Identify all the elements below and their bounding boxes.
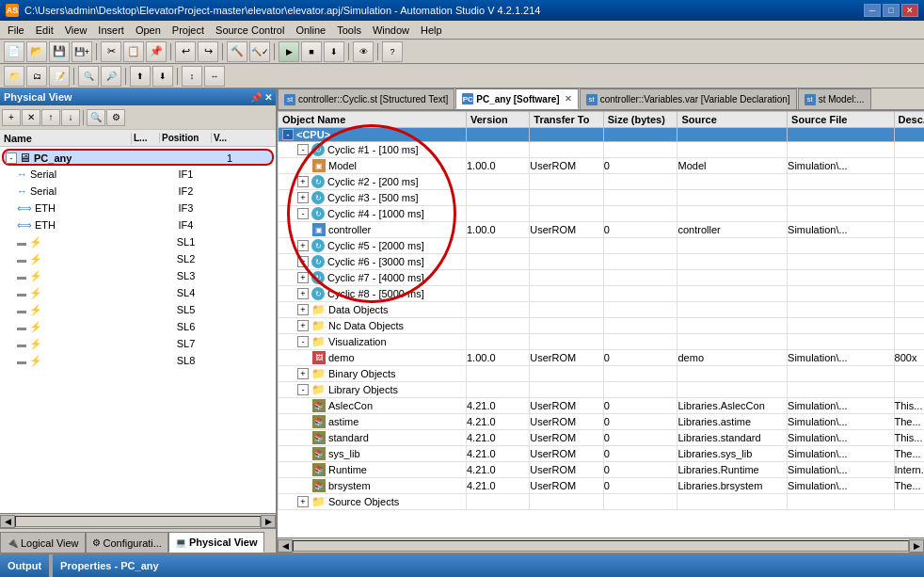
menu-insert[interactable]: Insert [92, 21, 130, 40]
table-row-cyclic6[interactable]: + ↻ Cyclic #6 - [3000 ms] [279, 254, 925, 270]
tree-item-sl7[interactable]: ▬⚡ SL7 [0, 335, 276, 352]
expand-cyclic2[interactable]: + [297, 176, 309, 187]
menu-project[interactable]: Project [167, 21, 210, 40]
table-row-model[interactable]: ▣ Model 1.00.0 UserROM 0 Model Simulatio… [279, 158, 925, 174]
table-row-binary-objects[interactable]: + 📁 Binary Objects [279, 366, 925, 382]
table-scroll-right[interactable]: ▶ [909, 539, 924, 553]
tb2-3[interactable]: 📝 [49, 66, 70, 87]
expand-lib[interactable]: - [297, 384, 309, 395]
table-row-cyclic5[interactable]: + ↻ Cyclic #5 - [2000 ms] [279, 238, 925, 254]
tree-item-sl2[interactable]: ▬⚡ SL2 [0, 250, 276, 267]
table-row-cyclic3[interactable]: + ↻ Cyclic #3 - [500 ms] [279, 190, 925, 206]
tb-new[interactable]: 📄 [4, 41, 24, 62]
tab-configuration[interactable]: ⚙ Configurati... [86, 532, 168, 553]
tb2-6[interactable]: ⬆ [130, 66, 151, 87]
table-row-cpu[interactable]: - <CPU> [279, 128, 925, 142]
expand-cyclic8[interactable]: + [297, 288, 309, 299]
tb-undo[interactable]: ↩ [175, 41, 196, 62]
table-row-standard[interactable]: 📚 standard 4.21.0 UserROM 0 Libraries.st… [279, 430, 925, 446]
tree-item-sl1[interactable]: ▬ ⚡ SL1 [0, 233, 276, 250]
pv-scroll-track[interactable] [15, 516, 261, 527]
menu-source-control[interactable]: Source Control [210, 21, 290, 40]
tb2-7[interactable]: ⬇ [152, 66, 173, 87]
tab-variables-var[interactable]: st controller::Variables.var [Variable D… [580, 88, 797, 109]
expand-pc-any[interactable]: - [6, 152, 17, 164]
tree-item-eth1[interactable]: ⟺ ETH IF3 [0, 200, 276, 216]
table-scroll-left[interactable]: ◀ [278, 539, 293, 553]
tb-save[interactable]: 💾 [49, 41, 70, 62]
table-row-cyclic7[interactable]: + ↻ Cyclic #7 - [4000 ms] [279, 270, 925, 286]
expand-cyclic6[interactable]: + [297, 256, 309, 267]
tb2-1[interactable]: 📁 [4, 66, 24, 87]
expand-cpu[interactable]: - [282, 129, 294, 140]
table-row-syslib[interactable]: 📚 sys_lib 4.21.0 UserROM 0 Libraries.sys… [279, 446, 925, 462]
tree-item-sl3[interactable]: ▬⚡ SL3 [0, 267, 276, 284]
table-row-cyclic2[interactable]: + ↻ Cyclic #2 - [200 ms] [279, 174, 925, 190]
tab-pc-any-software[interactable]: PC PC_any [Software] ✕ [455, 88, 578, 109]
minimize-button[interactable]: ─ [864, 4, 881, 17]
tree-item-sl8[interactable]: ▬⚡ SL8 [0, 352, 276, 369]
tree-item-serial1[interactable]: ↔ Serial IF1 [0, 166, 276, 183]
tb-build2[interactable]: 🔨✓ [249, 41, 270, 62]
table-row-cyclic8[interactable]: + ↻ Cyclic #8 - [5000 ms] [279, 286, 925, 302]
tb2-8[interactable]: ↕ [182, 66, 202, 87]
close-button[interactable]: ✕ [901, 4, 918, 17]
tb2-2[interactable]: 🗂 [26, 66, 47, 87]
expand-nc-obj[interactable]: + [297, 320, 309, 331]
expand-cyclic7[interactable]: + [297, 272, 309, 283]
pv-tb-up[interactable]: ↑ [41, 109, 60, 126]
table-row-cyclic4[interactable]: - ↻ Cyclic #4 - [1000 ms] [279, 206, 925, 222]
expand-cyclic1[interactable]: - [297, 144, 309, 155]
tb-download[interactable]: ⬇ [324, 41, 344, 62]
table-row-data-objects[interactable]: + 📁 Data Objects [279, 302, 925, 318]
table-row-source-objects[interactable]: + 📁 Source Objects [279, 494, 925, 510]
menu-help[interactable]: Help [415, 21, 448, 40]
table-row-visualization[interactable]: - 📁 Visualization [279, 334, 925, 350]
expand-cyclic5[interactable]: + [297, 240, 309, 251]
pv-tb-search[interactable]: 🔍 [87, 109, 105, 126]
pv-tb-delete[interactable]: ✕ [22, 109, 40, 126]
menu-edit[interactable]: Edit [30, 21, 59, 40]
tb-connect[interactable]: ▶ [279, 41, 299, 62]
tb-copy[interactable]: 📋 [123, 41, 144, 62]
table-row-astime[interactable]: 📚 astime 4.21.0 UserROM 0 Libraries.asti… [279, 414, 925, 430]
expand-cyclic4[interactable]: - [297, 208, 309, 219]
menu-online[interactable]: Online [290, 21, 331, 40]
table-row-nc-objects[interactable]: + 📁 Nc Data Objects [279, 318, 925, 334]
table-row-brsystem[interactable]: 📚 brsystem 4.21.0 UserROM 0 Libraries.br… [279, 478, 925, 494]
pv-scroll-right[interactable]: ▶ [261, 515, 276, 528]
menu-view[interactable]: View [59, 21, 93, 40]
tab-pc-any-close[interactable]: ✕ [565, 94, 572, 104]
table-row-runtime[interactable]: 📚 Runtime 4.21.0 UserROM 0 Libraries.Run… [279, 462, 925, 478]
tb-paste[interactable]: 📌 [146, 41, 167, 62]
tb-help[interactable]: ? [382, 41, 403, 62]
menu-window[interactable]: Window [367, 21, 415, 40]
tb-cut[interactable]: ✂ [101, 41, 121, 62]
tree-item-sl4[interactable]: ▬⚡ SL4 [0, 284, 276, 301]
tb2-5[interactable]: 🔎 [101, 66, 121, 87]
tree-item-pc-any[interactable]: - 🖥 PC_any 1 [2, 149, 274, 166]
expand-binary[interactable]: + [297, 368, 309, 379]
table-row-demo[interactable]: 🖼 demo 1.00.0 UserROM 0 demo Simulation\… [279, 350, 925, 366]
tb2-4[interactable]: 🔍 [78, 66, 99, 87]
tb-redo[interactable]: ↪ [198, 41, 218, 62]
pv-tb-add[interactable]: + [2, 109, 21, 126]
tab-cyclic-st[interactable]: st controller::Cyclic.st [Structured Tex… [278, 88, 454, 109]
tab-model[interactable]: st st Model:... [798, 88, 871, 109]
pv-scroll-left[interactable]: ◀ [0, 515, 15, 528]
tab-physical-view[interactable]: 💻 Physical View [168, 532, 264, 553]
tree-item-sl6[interactable]: ▬⚡ SL6 [0, 318, 276, 335]
tb2-9[interactable]: ↔ [204, 66, 225, 87]
tree-item-serial2[interactable]: ↔ Serial IF2 [0, 183, 276, 200]
expand-data-obj[interactable]: + [297, 304, 309, 315]
expand-vis[interactable]: - [297, 336, 309, 347]
table-scroll-track[interactable] [293, 540, 909, 552]
tb-open[interactable]: 📂 [26, 41, 47, 62]
tab-logical-view[interactable]: 🔌 Logical View [0, 532, 86, 553]
pv-tb-down[interactable]: ↓ [61, 109, 80, 126]
table-row-cyclic1[interactable]: - ↻ Cyclic #1 - [100 ms] [279, 142, 925, 158]
table-row-controller[interactable]: ▣ controller 1.00.0 UserROM 0 controller… [279, 222, 925, 238]
expand-source[interactable]: + [297, 496, 309, 507]
tb-monitor[interactable]: 👁 [353, 41, 374, 62]
tree-item-eth2[interactable]: ⟺ ETH IF4 [0, 216, 276, 233]
